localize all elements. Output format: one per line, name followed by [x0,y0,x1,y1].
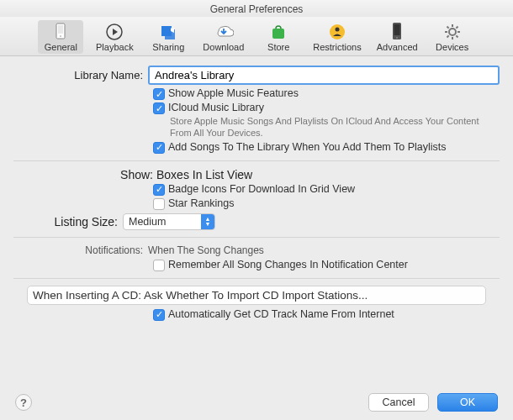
tab-general[interactable]: General [38,20,83,54]
listing-size-label: Listing Size: [13,215,123,228]
playback-icon [103,22,126,42]
tab-sharing[interactable]: Sharing [145,20,191,54]
cancel-button[interactable]: Cancel [368,393,429,412]
ok-button[interactable]: OK [437,393,498,412]
tab-label: Advanced [377,42,418,52]
svg-line-19 [456,35,457,37]
show-label: Show: [106,168,153,181]
tab-devices[interactable]: Devices [430,20,475,54]
svg-rect-1 [58,25,63,34]
icloud-library-label: ICloud Music Library [168,102,264,113]
tab-store[interactable]: Store [256,20,301,54]
svg-line-20 [456,27,457,29]
show-value: Boxes In List View [156,168,252,181]
store-icon [267,22,290,42]
auto-cd-track-label: Automatically Get CD Track Name From Int… [168,308,394,320]
cd-insert-value: Ask Whether To Import CD Import Stations… [144,289,368,302]
badge-icons-label: Badge Icons For Download In Grid View [168,183,355,195]
svg-rect-7 [272,29,284,39]
svg-line-21 [447,35,448,37]
svg-point-9 [335,28,339,32]
tab-playback[interactable]: Playback [92,20,137,54]
remember-notifications-label: Remember All Song Changes In Notificatio… [168,259,408,270]
tab-label: Restrictions [313,42,361,52]
star-rankings-checkbox[interactable] [153,198,165,210]
tab-label: Playback [96,42,134,52]
tab-label: Sharing [152,42,184,52]
tab-label: Download [203,42,244,52]
listing-size-select[interactable]: Medium ▲▼ [123,213,215,230]
badge-icons-checkbox[interactable]: ✓ [153,184,165,196]
tab-restrictions[interactable]: Restrictions [309,20,364,54]
tab-download[interactable]: Download [199,20,247,54]
preferences-toolbar: General Playback Sharing Download Store … [0,17,513,56]
tab-label: Store [267,42,289,52]
auto-cd-track-checkbox[interactable]: ✓ [153,309,165,321]
bottom-bar: ? Cancel OK [0,393,513,412]
svg-point-2 [60,35,61,37]
add-songs-label: Add Songs To The Library When You Add Th… [168,141,447,153]
library-name-label: Library Name: [13,69,148,81]
download-icon [212,22,235,42]
icloud-library-description: Store Apple Music Songs And Playlists On… [170,116,500,139]
restrictions-icon [325,22,349,42]
tab-advanced[interactable]: Advanced [373,20,421,54]
svg-point-12 [396,37,398,39]
svg-marker-4 [113,29,118,35]
show-apple-music-label: Show Apple Music Features [168,87,299,99]
svg-point-8 [330,24,345,39]
svg-rect-11 [394,24,400,35]
notifications-value: When The Song Changes [148,244,264,256]
svg-point-13 [449,29,456,35]
icloud-library-checkbox[interactable]: ✓ [153,102,165,114]
show-apple-music-checkbox[interactable]: ✓ [153,88,165,100]
gear-icon [441,22,464,42]
library-name-input[interactable] [148,66,500,85]
general-icon [49,22,72,42]
advanced-icon [385,22,409,42]
preferences-content: Library Name: ✓ Show Apple Music Feature… [0,56,513,329]
add-songs-checkbox[interactable]: ✓ [153,142,165,154]
sharing-icon [156,22,180,42]
notifications-label: Notifications: [13,244,148,256]
tab-label: Devices [436,42,468,52]
help-button[interactable]: ? [15,394,32,411]
tab-label: General [45,42,77,52]
cd-insert-label: When Inserting A CD: [33,289,141,302]
chevron-updown-icon: ▲▼ [201,214,214,229]
window-title: General Preferences [0,0,513,17]
star-rankings-label: Star Rankings [168,197,235,209]
listing-size-value: Medium [129,216,166,228]
remember-notifications-checkbox[interactable] [153,260,165,271]
cd-insert-select[interactable]: When Inserting A CD: Ask Whether To Impo… [27,286,486,305]
svg-line-18 [447,27,448,29]
